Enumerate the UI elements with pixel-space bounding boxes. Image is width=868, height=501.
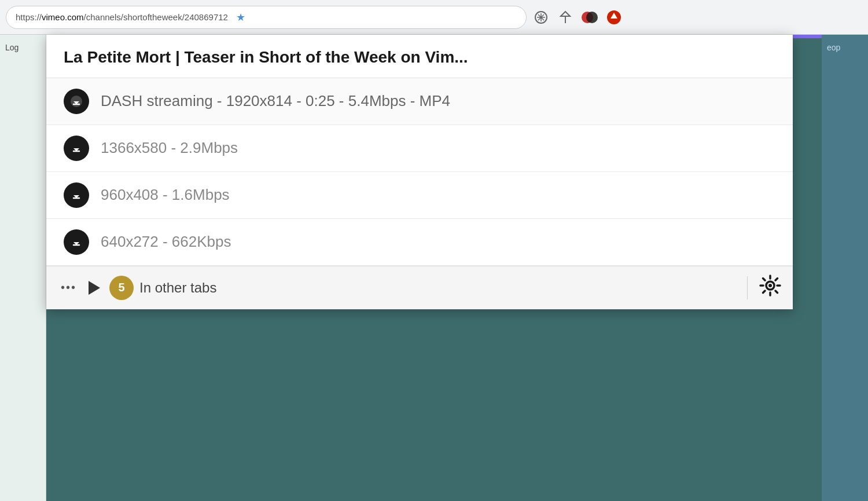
popup-title-row: La Petite Mort | Teaser in Short of the …	[46, 35, 793, 78]
right-sidebar: eop	[822, 35, 868, 501]
right-label: eop	[825, 41, 843, 54]
address-bar[interactable]: https://vimeo.com/channels/shortofthewee…	[6, 6, 527, 29]
footer-divider	[747, 276, 748, 299]
svg-marker-5	[561, 12, 570, 16]
extensions-icon[interactable]	[532, 9, 550, 26]
browser-chrome: https://vimeo.com/channels/shortofthewee…	[0, 0, 868, 35]
play-button[interactable]	[85, 279, 104, 297]
filter-icon[interactable]	[557, 9, 574, 26]
other-tabs-label[interactable]: In other tabs	[139, 280, 735, 296]
download-icon-dash	[64, 89, 89, 114]
background-page	[0, 405, 868, 501]
download-item-1366[interactable]: 1366x580 - 2.9Mbps	[46, 125, 793, 172]
popup-title-text: La Petite Mort | Teaser in Short of the …	[64, 47, 775, 67]
svg-line-25	[763, 278, 766, 280]
other-tabs-badge: 5	[109, 276, 134, 300]
download-icon-960	[64, 182, 89, 208]
download-label-640: 640x272 - 662Kbps	[101, 233, 231, 251]
download-label-dash: DASH streaming - 1920x814 - 0:25 - 5.4Mb…	[101, 92, 450, 110]
footer-dots[interactable]: •••	[58, 281, 79, 294]
settings-gear-icon[interactable]	[759, 275, 781, 301]
download-item-dash[interactable]: DASH streaming - 1920x814 - 0:25 - 5.4Mb…	[46, 78, 793, 125]
svg-line-26	[775, 291, 778, 293]
upgrade-icon[interactable]	[605, 9, 623, 26]
download-icon-1366	[64, 136, 89, 161]
download-item-640[interactable]: 640x272 - 662Kbps	[46, 219, 793, 266]
play-triangle-icon	[89, 281, 100, 295]
download-icon-640	[64, 229, 89, 255]
download-popup: La Petite Mort | Teaser in Short of the …	[46, 35, 793, 309]
download-label-1366: 1366x580 - 2.9Mbps	[101, 139, 238, 157]
svg-point-8	[586, 12, 598, 23]
popup-footer: ••• 5 In other tabs	[46, 266, 793, 309]
browser-icons	[532, 9, 623, 26]
log-label: Log	[3, 41, 43, 54]
download-label-960: 960x408 - 1.6Mbps	[101, 186, 230, 204]
left-sidebar: Log	[0, 35, 46, 501]
svg-line-27	[775, 278, 778, 280]
bookmark-star-icon[interactable]: ★	[236, 11, 245, 24]
download-item-960[interactable]: 960x408 - 1.6Mbps	[46, 172, 793, 219]
theme-icon[interactable]	[581, 9, 598, 26]
svg-line-28	[763, 291, 766, 293]
download-items-list: DASH streaming - 1920x814 - 0:25 - 5.4Mb…	[46, 78, 793, 266]
svg-point-29	[768, 284, 772, 287]
url-text: https://vimeo.com/channels/shortofthewee…	[16, 12, 228, 22]
